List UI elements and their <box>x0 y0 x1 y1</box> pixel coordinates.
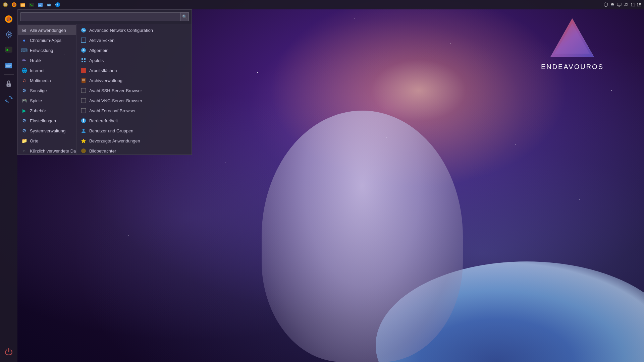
taskbar-browser2-icon[interactable] <box>54 1 61 8</box>
taskbar-firefox-icon[interactable] <box>10 1 18 8</box>
category-label-orte: Orte <box>30 138 38 143</box>
category-item-zubehor[interactable]: ▶Zubehör <box>18 106 76 116</box>
svg-point-35 <box>83 29 84 31</box>
app-list-item[interactable]: Avahi VNC-Server-Browser <box>76 96 192 106</box>
app-list-item[interactable]: Avahi SSH-Server-Browser <box>76 85 192 96</box>
app-list-item[interactable]: Applets <box>76 55 192 65</box>
svg-point-25 <box>8 34 10 36</box>
category-label-grafik: Grafik <box>30 58 42 63</box>
endeavour-logo-text: EndeavourOS <box>541 63 604 71</box>
app-list-item[interactable]: Barrierefreiheit <box>76 116 192 126</box>
logo-triangle-icon <box>549 17 596 60</box>
sidebar-item-lock[interactable] <box>2 77 15 90</box>
app-icon <box>80 67 87 73</box>
sidebar-item-firefox[interactable] <box>2 12 15 26</box>
category-label-entwicklung: Entwicklung <box>30 48 53 53</box>
app-label: Aktive Ecken <box>89 38 114 43</box>
app-list-item[interactable]: Benutzer und Gruppen <box>76 126 192 136</box>
app-list-item[interactable]: Bildbetrachter <box>76 146 192 155</box>
app-label: Avahi SSH-Server-Browser <box>89 88 142 93</box>
svg-point-53 <box>81 148 86 153</box>
svg-rect-48 <box>81 98 86 103</box>
category-icon-einstellungen: ⚙ <box>21 118 27 124</box>
category-label-multimedia: Multimedia <box>30 78 51 83</box>
category-icon-entwicklung: ⌨ <box>21 47 27 53</box>
apps-panel: Advanced Network ConfigurationAktive Eck… <box>76 24 192 155</box>
taskbar-left <box>0 1 62 8</box>
app-list-item[interactable]: Avahi Zeroconf Browser <box>76 106 192 116</box>
category-icon-grafik: ✏ <box>21 57 27 63</box>
category-item-internet[interactable]: 🌐Internet <box>18 65 76 75</box>
app-search-input[interactable] <box>20 12 180 21</box>
sidebar-item-refresh[interactable] <box>2 93 15 106</box>
sidebar-item-terminal[interactable] <box>2 43 15 57</box>
svg-rect-18 <box>611 3 613 4</box>
screen-tray-icon[interactable] <box>617 2 622 7</box>
taskbar-files-icon[interactable] <box>37 1 44 8</box>
app-list-item[interactable]: Bevorzugte Anwendungen <box>76 136 192 146</box>
categories-panel: ⊞Alle Anwendungen●Chromium-Apps⌨Entwickl… <box>18 24 76 155</box>
menu-body: ⊞Alle Anwendungen●Chromium-Apps⌨Entwickl… <box>18 24 192 155</box>
svg-rect-29 <box>6 66 10 67</box>
taskbar-menu-icon[interactable] <box>2 1 9 8</box>
category-item-chromium[interactable]: ●Chromium-Apps <box>18 35 76 45</box>
svg-point-15 <box>49 5 50 6</box>
svg-rect-10 <box>38 3 40 4</box>
category-label-systemverwaltung: Systemverwaltung <box>30 128 65 133</box>
sidebar-item-power[interactable] <box>2 345 15 359</box>
category-icon-orte: 📁 <box>21 138 27 144</box>
category-icon-internet: 🌐 <box>21 67 27 73</box>
app-list-item[interactable]: Archivverwaltung <box>76 75 192 85</box>
svg-rect-7 <box>21 4 25 6</box>
category-item-systemverwaltung[interactable]: ⚙Systemverwaltung <box>18 126 76 136</box>
category-item-kuerzlich[interactable]: ○Kürzlich verwendete Dateien <box>18 146 76 155</box>
svg-rect-45 <box>82 79 85 80</box>
category-item-grafik[interactable]: ✏Grafik <box>18 55 76 65</box>
app-icon <box>80 108 87 114</box>
category-item-sonstige[interactable]: ⚙Sonstige <box>18 85 76 96</box>
app-icon <box>80 27 87 33</box>
app-label: Applets <box>89 58 104 63</box>
sidebar-item-files[interactable] <box>2 59 15 72</box>
taskbar-keepass-icon[interactable] <box>45 1 53 8</box>
category-item-spiele[interactable]: 🎮Spiele <box>18 96 76 106</box>
search-bar: 🔍 <box>18 10 192 24</box>
taskbar-right: 11:15 <box>603 2 644 7</box>
category-label-spiele: Spiele <box>30 98 42 103</box>
app-icon <box>80 128 87 134</box>
app-list-item[interactable]: Arbeitsflächen <box>76 65 192 75</box>
category-icon-spiele: 🎮 <box>21 98 27 104</box>
category-item-entwicklung[interactable]: ⌨Entwicklung <box>18 45 76 55</box>
category-icon-alle: ⊞ <box>21 27 27 33</box>
search-button[interactable]: 🔍 <box>180 12 189 21</box>
svg-point-52 <box>83 129 85 131</box>
category-item-einstellungen[interactable]: ⚙Einstellungen <box>18 116 76 126</box>
app-list-item[interactable]: Advanced Network Configuration <box>76 25 192 35</box>
svg-rect-20 <box>617 3 621 6</box>
sidebar-separator-1 <box>4 74 14 75</box>
printer-tray-icon[interactable] <box>610 2 615 7</box>
svg-rect-41 <box>82 61 83 62</box>
sidebar-item-settings[interactable] <box>2 28 15 41</box>
sidebar <box>0 9 17 362</box>
app-list-item[interactable]: Allgemein <box>76 45 192 55</box>
category-item-multimedia[interactable]: ♫Multimedia <box>18 75 76 85</box>
svg-rect-47 <box>81 88 86 93</box>
taskbar-thunar-icon[interactable] <box>19 1 26 8</box>
music-tray-icon[interactable] <box>624 2 628 7</box>
category-label-sonstige: Sonstige <box>30 88 47 93</box>
app-label: Avahi Zeroconf Browser <box>89 108 136 113</box>
svg-point-51 <box>83 119 84 120</box>
svg-point-38 <box>83 49 85 51</box>
category-item-alle[interactable]: ⊞Alle Anwendungen <box>18 25 76 35</box>
app-label: Bildbetrachter <box>89 148 116 154</box>
category-label-chromium: Chromium-Apps <box>30 38 61 43</box>
app-label: Allgemein <box>89 48 108 53</box>
category-item-orte[interactable]: 📁Orte <box>18 136 76 146</box>
category-icon-systemverwaltung: ⚙ <box>21 128 27 134</box>
taskbar: 11:15 <box>0 0 644 9</box>
shield-tray-icon[interactable] <box>603 2 608 7</box>
app-list-item[interactable]: Aktive Ecken <box>76 35 192 45</box>
taskbar-terminal-icon[interactable] <box>28 1 35 8</box>
category-label-einstellungen: Einstellungen <box>30 118 56 123</box>
